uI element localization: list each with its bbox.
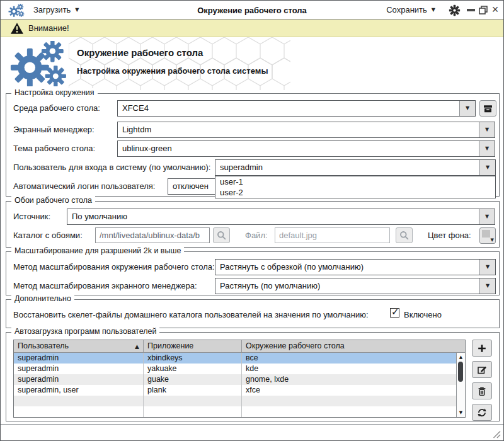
chevron-down-icon: ▼ bbox=[485, 214, 489, 219]
dropdown-option[interactable]: user-1 bbox=[215, 176, 495, 187]
table-header: Пользователь ▲ Приложение Окружение рабо… bbox=[14, 340, 465, 353]
close-button[interactable]: × bbox=[490, 2, 500, 17]
table-row[interactable]: superadmin, user plank xfce bbox=[14, 385, 465, 396]
resize-grip[interactable] bbox=[493, 430, 501, 438]
refresh-icon bbox=[477, 408, 487, 418]
chevron-down-icon: ▼ bbox=[486, 265, 490, 270]
desktop-scaling-label: Метод масштабирования окружения рабочего… bbox=[13, 262, 215, 272]
page-title: Окружение рабочего стола bbox=[77, 47, 203, 58]
skel-restore-checkbox[interactable] bbox=[390, 308, 399, 318]
load-menu-button[interactable]: Загрузить ▼ bbox=[33, 1, 79, 19]
trash-icon bbox=[477, 386, 487, 396]
column-header-env[interactable]: Окружение рабочего стола bbox=[242, 340, 465, 352]
theme-select[interactable]: ublinux-green ▼ bbox=[117, 140, 495, 157]
skel-restore-label: Восстановить скелет-файлы домашнего ката… bbox=[13, 310, 369, 319]
cell-empty bbox=[14, 406, 144, 417]
cell-empty bbox=[242, 396, 456, 406]
column-header-app-label: Приложение bbox=[147, 341, 193, 350]
app-logo-gears-icon bbox=[9, 41, 67, 86]
install-environment-button[interactable] bbox=[479, 100, 496, 117]
close-icon: × bbox=[492, 3, 499, 16]
page-subtitle: Настройка окружения рабочего стола систе… bbox=[77, 66, 268, 76]
display-manager-value: Lightdm bbox=[122, 122, 151, 137]
warning-text: Внимание! bbox=[28, 23, 69, 33]
cell-env: все bbox=[242, 353, 456, 364]
chevron-down-button[interactable]: ▼ bbox=[479, 141, 495, 156]
desktop-scaling-select[interactable]: Растянуть с обрезкой (по умолчанию) ▼ bbox=[215, 259, 496, 275]
edit-row-button[interactable] bbox=[472, 361, 492, 378]
page-header: Окружение рабочего стола Настройка окруж… bbox=[1, 37, 503, 90]
cell-app: guake bbox=[144, 374, 242, 385]
dm-scaling-value: Растянуть (по умолчанию) bbox=[220, 278, 320, 294]
column-header-app[interactable]: Приложение bbox=[144, 340, 242, 352]
desktop-environment-label: Среда рабочего стола: bbox=[13, 103, 100, 113]
gear-icon bbox=[449, 4, 461, 16]
refresh-button[interactable] bbox=[472, 404, 492, 421]
browse-file-button[interactable] bbox=[396, 227, 413, 243]
wallpaper-directory-input[interactable] bbox=[95, 227, 210, 243]
cell-env: xfce bbox=[242, 385, 456, 396]
chevron-down-button[interactable]: ▼ bbox=[479, 260, 495, 275]
background-color-label: Цвет фона: bbox=[428, 231, 471, 240]
cell-empty bbox=[242, 406, 456, 417]
table-row-empty bbox=[14, 406, 465, 417]
hexagon-pattern bbox=[69, 37, 290, 90]
save-label: Сохранить bbox=[386, 5, 427, 14]
load-label: Загрузить bbox=[33, 5, 71, 14]
chevron-down-icon: ▼ bbox=[485, 146, 489, 151]
wallpaper-file-input[interactable] bbox=[275, 227, 390, 243]
chevron-down-icon: ▼ bbox=[486, 284, 490, 289]
archive-box-icon bbox=[483, 104, 493, 113]
chevron-down-button[interactable]: ▼ bbox=[479, 278, 495, 294]
chevron-down-button[interactable]: ▼ bbox=[479, 160, 495, 175]
column-header-user[interactable]: Пользователь ▲ bbox=[14, 340, 144, 352]
table-scrollbar[interactable]: ▲ ▼ bbox=[456, 353, 465, 417]
desktop-scaling-value: Растянуть с обрезкой (по умолчанию) bbox=[220, 260, 364, 275]
login-user-dropdown-list[interactable]: user-1 user-2 bbox=[215, 176, 496, 198]
dm-scaling-select[interactable]: Растянуть (по умолчанию) ▼ bbox=[215, 278, 496, 294]
column-header-env-label: Окружение рабочего стола bbox=[246, 341, 345, 350]
wallpaper-source-label: Источник: bbox=[13, 212, 50, 221]
chevron-down-icon: ▼ bbox=[432, 7, 435, 13]
wallpaper-directory-label: Каталог с обоями: bbox=[13, 231, 83, 240]
column-header-user-label: Пользователь bbox=[18, 341, 69, 350]
cell-app: xbindkeys bbox=[144, 353, 242, 364]
chevron-down-button[interactable]: ▼ bbox=[479, 209, 495, 224]
restore-button[interactable] bbox=[479, 6, 488, 14]
chevron-down-button[interactable]: ▼ bbox=[479, 122, 495, 137]
delete-row-button[interactable] bbox=[472, 382, 492, 399]
desktop-environment-select[interactable]: XFCE4 ▼ bbox=[117, 100, 476, 117]
cell-user: superadmin bbox=[14, 353, 144, 364]
settings-button[interactable] bbox=[448, 4, 461, 16]
cell-empty bbox=[144, 396, 242, 406]
dropdown-option[interactable]: user-2 bbox=[215, 187, 495, 198]
restore-icon bbox=[479, 6, 488, 14]
autologin-value: отключен bbox=[173, 179, 209, 194]
table-row[interactable]: superadmin yakuake kde bbox=[14, 364, 465, 374]
autologin-select[interactable]: отключен bbox=[168, 178, 217, 195]
scroll-thumb[interactable] bbox=[458, 362, 463, 382]
login-user-select[interactable]: superadmin ▼ bbox=[215, 159, 496, 176]
search-icon bbox=[217, 231, 226, 240]
save-menu-button[interactable]: Сохранить ▼ bbox=[386, 1, 435, 19]
warning-banner: Внимание! bbox=[1, 20, 503, 37]
table-row[interactable]: superadmin guake gnome, lxde bbox=[14, 374, 465, 385]
login-user-value: superadmin bbox=[220, 160, 263, 175]
display-manager-select[interactable]: Lightdm ▼ bbox=[117, 122, 495, 138]
chevron-down-button[interactable]: ▼ bbox=[459, 101, 475, 116]
background-color-button[interactable]: ▼ bbox=[479, 227, 496, 244]
minimize-button[interactable] bbox=[467, 9, 475, 11]
add-row-button[interactable] bbox=[472, 340, 492, 357]
cell-user: superadmin, user bbox=[14, 385, 144, 396]
cell-env: kde bbox=[242, 364, 456, 374]
wallpaper-source-select[interactable]: По умолчанию ▼ bbox=[67, 209, 495, 225]
status-divider bbox=[1, 424, 503, 425]
cell-app: yakuake bbox=[144, 364, 242, 374]
title-bar: Загрузить ▼ Окружение рабочего стола Сох… bbox=[1, 1, 503, 20]
scroll-down-icon[interactable]: ▼ bbox=[457, 409, 465, 416]
scroll-up-icon[interactable]: ▲ bbox=[457, 353, 465, 361]
table-row[interactable]: superadmin xbindkeys все bbox=[14, 353, 465, 364]
dm-scaling-label: Метод масштабирования экранного менеджер… bbox=[13, 281, 197, 290]
browse-directory-button[interactable] bbox=[213, 227, 230, 243]
theme-value: ublinux-green bbox=[122, 141, 172, 156]
